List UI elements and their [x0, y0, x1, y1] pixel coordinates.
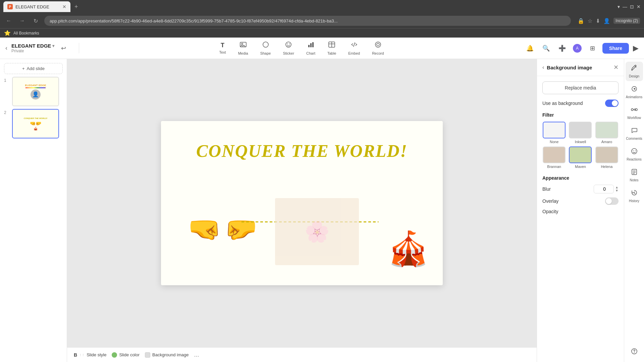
opacity-label: Opacity [542, 209, 558, 214]
svg-point-21 [633, 150, 634, 151]
slide-canvas[interactable]: CONQUER THE WORLD! 🤜 🤛 [161, 121, 443, 285]
new-tab-btn[interactable]: + [72, 3, 81, 10]
history-label: History [629, 199, 639, 203]
active-tab[interactable]: P ELEGANT EDGE ✕ [3, 1, 70, 12]
tab-title: ELEGANT EDGE [15, 4, 60, 9]
incognito-label: Incognito (2) [613, 18, 640, 24]
workflow-icon [631, 106, 638, 115]
download-icon[interactable]: ⬇ [596, 18, 600, 24]
filter-helena-label: Helena [601, 165, 612, 169]
filter-helena[interactable]: Helena [595, 146, 619, 169]
search-btn[interactable]: 🔍 [540, 42, 552, 54]
table-tool-btn[interactable]: Table [323, 39, 341, 57]
chart-tool-btn[interactable]: Chart [302, 39, 320, 57]
filter-amaro[interactable]: Amaro [595, 122, 619, 144]
dropdown-icon[interactable]: ▾ [52, 44, 54, 48]
star-icon[interactable]: ☆ [588, 18, 592, 24]
sticker-tool-icon [285, 41, 292, 50]
text-tool-btn[interactable]: T Text [214, 40, 230, 56]
play-btn[interactable]: ▶ [633, 44, 639, 53]
use-as-bg-toggle[interactable] [605, 100, 619, 107]
history-btn[interactable]: History [626, 186, 643, 206]
present-btn[interactable]: ⊞ [586, 42, 598, 54]
filter-inkwell[interactable]: Inkwell [569, 122, 592, 144]
filter-inkwell-label: Inkwell [575, 140, 586, 144]
svg-point-20 [632, 148, 637, 154]
blur-input[interactable] [594, 185, 614, 193]
embed-tool-icon [351, 41, 358, 50]
filter-none[interactable]: None [542, 122, 566, 144]
overlay-toggle[interactable] [605, 197, 619, 205]
panel-close-btn[interactable]: ✕ [613, 64, 619, 71]
embed-tool-btn[interactable]: Embed [343, 39, 365, 57]
address-right-icons: 🔒 ☆ ⬇ 👤 Incognito (2) [578, 18, 640, 24]
profile-icon[interactable]: 👤 [603, 18, 610, 24]
sticker-tool-btn[interactable]: Sticker [278, 39, 299, 57]
overlay-label: Overlay [542, 198, 558, 204]
svg-point-14 [377, 43, 379, 46]
workflow-btn[interactable]: Workflow [626, 103, 643, 123]
tab-favicon: P [7, 4, 13, 9]
window-icon: — [623, 4, 627, 9]
notifications-btn[interactable]: 🔔 [524, 42, 536, 54]
icon-rail: Design Animations Workflow Comments [624, 59, 644, 362]
panel-header: ‹ Background image ✕ [537, 59, 624, 76]
slide-2-number: 2 [4, 109, 9, 115]
filter-none-label: None [550, 140, 558, 144]
project-name: ELEGANT EDGE ▾ [11, 43, 54, 49]
design-icon [631, 64, 638, 73]
back-nav-btn[interactable]: ← [4, 16, 13, 25]
room-background-element: 🌸 [275, 198, 359, 265]
canvas-area: CONQUER THE WORLD! 🤜 🤛 [67, 59, 537, 362]
record-tool-label: Record [372, 51, 384, 55]
more-options-btn[interactable]: ... [194, 351, 199, 358]
design-label: Design [629, 74, 639, 78]
toolbar-left: ‹ ELEGANT EDGE ▾ Private ↩ [5, 43, 79, 53]
background-image-btn[interactable]: Background image [145, 352, 189, 358]
window-controls: ▾ — ⊡ ✕ [618, 4, 641, 9]
notes-btn[interactable]: Notes [626, 166, 643, 185]
slide-2-thumb[interactable]: CONQUER THE WORLD! 🤜🤛 🎪 [12, 109, 59, 138]
reactions-btn[interactable]: Reactions [626, 145, 643, 164]
undo-btn[interactable]: ↩ [61, 45, 66, 52]
slide-1-thumb[interactable]: ELEGANT EDGE 👤 [12, 77, 59, 106]
slide-style-btn[interactable]: B ⋮⋮ Slide style [74, 352, 106, 358]
toggle-thumb [612, 100, 618, 106]
add-btn[interactable]: ➕ [556, 42, 568, 54]
replace-media-btn[interactable]: Replace media [542, 81, 619, 94]
slide-color-btn[interactable]: Slide color [112, 352, 140, 358]
blur-down-btn[interactable]: ▼ [615, 189, 619, 192]
slide-1-item[interactable]: 1 ELEGANT EDGE 👤 [4, 77, 63, 106]
reload-btn[interactable]: ↻ [31, 16, 40, 25]
filter-brannan[interactable]: Brannan [542, 146, 566, 169]
media-tool-btn[interactable]: Media [233, 39, 253, 57]
svg-point-18 [631, 109, 633, 111]
panel-back-btn[interactable]: ‹ [542, 64, 544, 70]
forward-nav-btn[interactable]: → [17, 16, 27, 25]
record-tool-btn[interactable]: Record [367, 39, 388, 57]
workflow-label: Workflow [627, 116, 641, 120]
design-btn[interactable]: Design [626, 62, 643, 81]
shape-tool-btn[interactable]: Shape [256, 39, 276, 57]
comments-btn[interactable]: Comments [626, 124, 643, 143]
add-slide-btn[interactable]: + Add slide [4, 63, 63, 74]
notes-icon [631, 168, 638, 177]
history-icon [631, 189, 638, 198]
share-button[interactable]: Share [602, 43, 629, 54]
tab-close-btn[interactable]: ✕ [62, 4, 66, 9]
back-to-home-btn[interactable]: ‹ [5, 45, 7, 52]
address-input[interactable] [44, 16, 571, 26]
animations-btn[interactable]: Animations [626, 82, 643, 102]
svg-rect-8 [312, 42, 314, 47]
svg-point-28 [634, 352, 635, 353]
filter-maven[interactable]: Maven [569, 146, 592, 169]
toolbar: ‹ ELEGANT EDGE ▾ Private ↩ T Text Media [0, 38, 644, 59]
slide-2-item[interactable]: 2 CONQUER THE WORLD! 🤜🤛 🎪 [4, 109, 63, 138]
help-btn[interactable] [626, 345, 643, 359]
media-tool-label: Media [238, 51, 248, 55]
bg-image-label: Background image [152, 352, 189, 357]
dots-icon: ⋮⋮ [79, 353, 85, 356]
panel-content: Replace media Use as background Filter N… [537, 76, 624, 362]
svg-line-12 [354, 43, 355, 47]
overlay-toggle-thumb [606, 198, 612, 204]
